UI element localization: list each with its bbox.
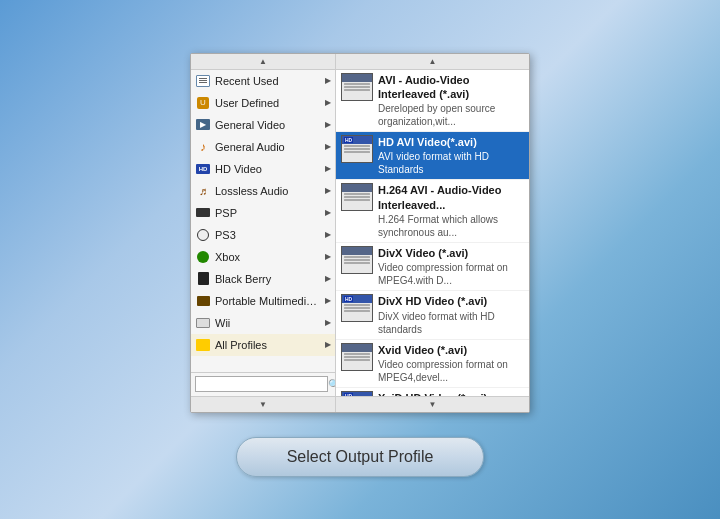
right-item-divx-hd-video[interactable]: HD DivX HD Video (*.avi) DivX video form… — [336, 291, 529, 339]
right-item-hd-avi-video[interactable]: HD HD AVI Video(*.avi) AVI video format … — [336, 132, 529, 180]
left-item-label-ps3: PS3 — [215, 229, 323, 241]
submenu-arrow-xbox: ▶ — [325, 252, 331, 261]
right-item-xvid-hd-video[interactable]: HD XviD HD Video (*.avi) XviD video form… — [336, 388, 529, 396]
right-item-text-divx-video: DivX Video (*.avi) Video compression for… — [378, 246, 524, 287]
right-item-xvid-video[interactable]: Xvid Video (*.avi) Video compression for… — [336, 340, 529, 388]
right-item-desc-divx-video: Video compression format on MPEG4.with D… — [378, 261, 524, 287]
left-item-label-user-defined: User Defined — [215, 97, 323, 109]
right-item-title-divx-video: DivX Video (*.avi) — [378, 246, 524, 260]
left-item-hd-video[interactable]: HD HD Video ▶ — [191, 158, 335, 180]
left-item-psp[interactable]: PSP ▶ — [191, 202, 335, 224]
right-item-title-avi-audio-video: AVI - Audio-Video Interleaved (*.avi) — [378, 73, 524, 102]
left-scroll-down[interactable]: ▼ — [191, 396, 335, 412]
right-item-desc-avi-audio-video: Dereloped by open source organization,wi… — [378, 102, 524, 128]
left-item-label-xbox: Xbox — [215, 251, 323, 263]
submenu-arrow-general-audio: ▶ — [325, 142, 331, 151]
right-item-text-xvid-video: Xvid Video (*.avi) Video compression for… — [378, 343, 524, 384]
right-item-desc-xvid-video: Video compression format on MPEG4,devel.… — [378, 358, 524, 384]
submenu-arrow-blackberry: ▶ — [325, 274, 331, 283]
all-icon — [195, 337, 211, 353]
xbox-icon — [195, 249, 211, 265]
thumb-normal — [341, 183, 373, 211]
right-item-divx-video[interactable]: DivX Video (*.avi) Video compression for… — [336, 243, 529, 291]
left-item-recent-used[interactable]: Recent Used ▶ — [191, 70, 335, 92]
psp-icon — [195, 205, 211, 221]
left-item-general-audio[interactable]: ♪ General Audio ▶ — [191, 136, 335, 158]
left-items-list: Recent Used ▶ U User Defined ▶ ▶ General… — [191, 70, 335, 372]
right-item-text-divx-hd-video: DivX HD Video (*.avi) DivX video format … — [378, 294, 524, 335]
left-item-label-recent-used: Recent Used — [215, 75, 323, 87]
thumb-hd: HD — [341, 294, 373, 322]
panel-container: ▲ Recent Used ▶ U User Defined ▶ ▶ Gener… — [190, 53, 530, 413]
left-item-all-profiles[interactable]: All Profiles ▶ — [191, 334, 335, 356]
submenu-arrow-hd-video: ▶ — [325, 164, 331, 173]
right-item-title-h264-avi: H.264 AVI - Audio-Video Interleaved... — [378, 183, 524, 212]
submenu-arrow-general-video: ▶ — [325, 120, 331, 129]
left-panel: ▲ Recent Used ▶ U User Defined ▶ ▶ Gener… — [191, 54, 336, 412]
audio-icon: ♪ — [195, 139, 211, 155]
thumb-normal — [341, 343, 373, 371]
left-item-label-blackberry: Black Berry — [215, 273, 323, 285]
left-item-portable-multimedia[interactable]: Portable Multimedia Dev... ▶ — [191, 290, 335, 312]
right-item-desc-divx-hd-video: DivX video format with HD standards — [378, 310, 524, 336]
video-icon: ▶ — [195, 117, 211, 133]
submenu-arrow-user-defined: ▶ — [325, 98, 331, 107]
left-item-label-lossless-audio: Lossless Audio — [215, 185, 323, 197]
left-item-label-hd-video: HD Video — [215, 163, 323, 175]
right-item-h264-avi[interactable]: H.264 AVI - Audio-Video Interleaved... H… — [336, 180, 529, 243]
portable-icon — [195, 293, 211, 309]
left-item-label-general-video: General Video — [215, 119, 323, 131]
right-item-title-divx-hd-video: DivX HD Video (*.avi) — [378, 294, 524, 308]
lossless-icon: ♬ — [195, 183, 211, 199]
right-item-text-h264-avi: H.264 AVI - Audio-Video Interleaved... H… — [378, 183, 524, 239]
left-item-user-defined[interactable]: U User Defined ▶ — [191, 92, 335, 114]
left-item-label-general-audio: General Audio — [215, 141, 323, 153]
left-item-label-all-profiles: All Profiles — [215, 339, 323, 351]
right-item-title-xvid-video: Xvid Video (*.avi) — [378, 343, 524, 357]
hd-icon: HD — [195, 161, 211, 177]
submenu-arrow-ps3: ▶ — [325, 230, 331, 239]
right-scroll-down[interactable]: ▼ — [336, 396, 529, 412]
user-icon: U — [195, 95, 211, 111]
submenu-arrow-psp: ▶ — [325, 208, 331, 217]
left-item-label-portable-multimedia: Portable Multimedia Dev... — [215, 295, 323, 307]
right-item-text-hd-avi-video: HD AVI Video(*.avi) AVI video format wit… — [378, 135, 524, 176]
select-output-profile-button[interactable]: Select Output Profile — [236, 437, 485, 477]
left-item-lossless-audio[interactable]: ♬ Lossless Audio ▶ — [191, 180, 335, 202]
left-item-xbox[interactable]: Xbox ▶ — [191, 246, 335, 268]
submenu-arrow-all-profiles: ▶ — [325, 340, 331, 349]
right-item-desc-hd-avi-video: AVI video format with HD Standards — [378, 150, 524, 176]
thumb-normal — [341, 246, 373, 274]
bb-icon — [195, 271, 211, 287]
search-icon[interactable]: 🔍 — [328, 376, 336, 392]
submenu-arrow-lossless-audio: ▶ — [325, 186, 331, 195]
right-item-desc-h264-avi: H.264 Format which allows synchronous au… — [378, 213, 524, 239]
thumb-hd: HD — [341, 391, 373, 396]
right-scroll-up[interactable]: ▲ — [336, 54, 529, 70]
left-item-blackberry[interactable]: Black Berry ▶ — [191, 268, 335, 290]
left-item-label-psp: PSP — [215, 207, 323, 219]
thumb-hd: HD — [341, 135, 373, 163]
right-panel: ▲ AVI - Audio-Video Interleaved (*.avi) … — [336, 54, 529, 412]
submenu-arrow-recent-used: ▶ — [325, 76, 331, 85]
right-item-text-avi-audio-video: AVI - Audio-Video Interleaved (*.avi) De… — [378, 73, 524, 129]
right-items-list: AVI - Audio-Video Interleaved (*.avi) De… — [336, 70, 529, 396]
thumb-normal — [341, 73, 373, 101]
left-item-general-video[interactable]: ▶ General Video ▶ — [191, 114, 335, 136]
left-scroll-up[interactable]: ▲ — [191, 54, 335, 70]
search-input[interactable] — [195, 376, 328, 392]
bottom-button-container: Select Output Profile — [236, 437, 485, 477]
left-item-label-wii: Wii — [215, 317, 323, 329]
recent-icon — [195, 73, 211, 89]
ps3-icon — [195, 227, 211, 243]
search-row: 🔍 — [191, 372, 335, 396]
submenu-arrow-portable-multimedia: ▶ — [325, 296, 331, 305]
right-item-avi-audio-video[interactable]: AVI - Audio-Video Interleaved (*.avi) De… — [336, 70, 529, 133]
submenu-arrow-wii: ▶ — [325, 318, 331, 327]
right-item-title-hd-avi-video: HD AVI Video(*.avi) — [378, 135, 524, 149]
left-item-wii[interactable]: Wii ▶ — [191, 312, 335, 334]
left-item-ps3[interactable]: PS3 ▶ — [191, 224, 335, 246]
wii-icon — [195, 315, 211, 331]
